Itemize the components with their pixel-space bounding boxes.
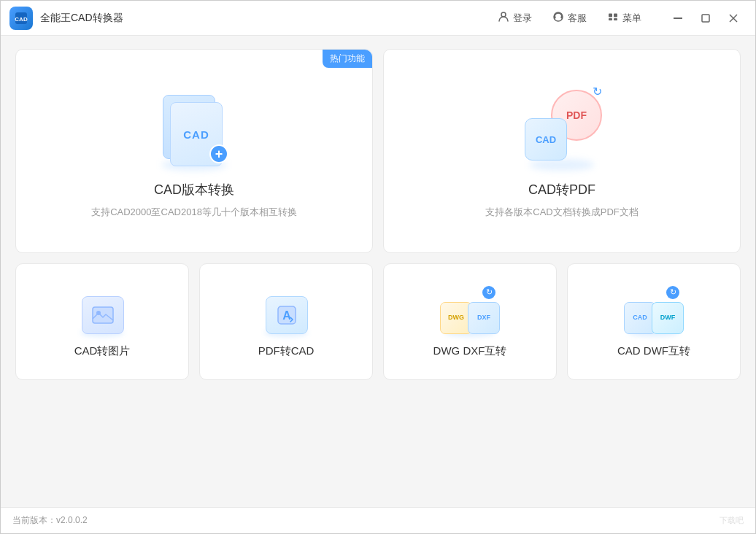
card-icon-dwg-dxf: DWG DXF ↻ xyxy=(440,289,500,334)
maximize-button[interactable] xyxy=(693,7,719,30)
main-content: 热门功能 CAD + CAD版本转换 xyxy=(1,36,755,507)
login-label: 登录 xyxy=(513,12,532,25)
watermark: 下载吧 xyxy=(720,515,744,526)
svg-rect-5 xyxy=(561,16,563,19)
card-cad-pdf-title: CAD转PDF xyxy=(528,181,595,198)
svg-rect-10 xyxy=(674,18,682,19)
top-cards-row: 热门功能 CAD + CAD版本转换 xyxy=(15,49,741,253)
app-window: CAD 全能王CAD转换器 登录 xyxy=(0,0,756,534)
svg-rect-9 xyxy=(614,18,617,20)
svg-text:A: A xyxy=(282,309,291,322)
version-text: 当前版本：v2.0.0.2 xyxy=(12,514,88,527)
login-button[interactable]: 登录 xyxy=(489,7,541,28)
close-button[interactable] xyxy=(720,7,747,30)
footer: 当前版本：v2.0.0.2 下载吧 xyxy=(1,507,755,533)
bottom-cards-row: CAD转图片 A PDF转CAD xyxy=(15,263,741,380)
card-cad-version-title: CAD版本转换 xyxy=(154,181,234,198)
card-dwg-dxf[interactable]: DWG DXF ↻ DWG DXF互转 xyxy=(383,263,557,380)
login-icon xyxy=(498,11,509,25)
card-cad-pdf[interactable]: PDF ↻ CAD CAD转PDF 支持各版本CAD文档转换成PDF文档 xyxy=(383,49,741,253)
card-cad-version[interactable]: 热门功能 CAD + CAD版本转换 xyxy=(15,49,373,253)
hot-badge: 热门功能 xyxy=(323,50,372,68)
service-icon xyxy=(552,11,564,25)
svg-rect-11 xyxy=(702,15,709,22)
card-icon-pdf-cad: A xyxy=(260,289,312,334)
card-cad-pdf-desc: 支持各版本CAD文档转换成PDF文档 xyxy=(485,206,638,219)
card-icon-cad-dwf: CAD DWF ↻ xyxy=(624,289,684,334)
menu-button[interactable]: 菜单 xyxy=(598,7,650,28)
window-controls xyxy=(665,7,747,30)
header-actions: 登录 客服 xyxy=(489,7,650,28)
service-label: 客服 xyxy=(568,12,587,25)
svg-point-2 xyxy=(501,12,506,17)
card-icon-cad-image xyxy=(76,289,128,334)
svg-rect-6 xyxy=(609,14,612,18)
menu-icon xyxy=(607,11,619,25)
app-logo: CAD xyxy=(9,7,33,30)
service-button[interactable]: 客服 xyxy=(544,7,595,28)
card-dwg-dxf-title: DWG DXF互转 xyxy=(433,344,507,358)
menu-label: 菜单 xyxy=(622,12,641,25)
card-pdf-cad[interactable]: A PDF转CAD xyxy=(199,263,373,380)
card-cad-image[interactable]: CAD转图片 xyxy=(15,263,189,380)
svg-text:CAD: CAD xyxy=(15,16,28,23)
title-bar: CAD 全能王CAD转换器 登录 xyxy=(1,1,755,36)
svg-rect-8 xyxy=(609,18,612,20)
card-cad-dwf-title: CAD DWF互转 xyxy=(617,344,690,358)
card-cad-version-desc: 支持CAD2000至CAD2018等几十个版本相互转换 xyxy=(91,206,297,219)
minimize-button[interactable] xyxy=(665,7,691,30)
app-title: 全能王CAD转换器 xyxy=(40,12,489,25)
svg-rect-7 xyxy=(614,14,617,18)
card-icon-cad-pdf: PDF ↻ CAD xyxy=(514,86,609,166)
svg-rect-4 xyxy=(554,16,556,19)
card-icon-cad-version: CAD + xyxy=(147,86,242,166)
card-pdf-cad-title: PDF转CAD xyxy=(258,344,315,358)
card-cad-dwf[interactable]: CAD DWF ↻ CAD DWF互转 xyxy=(567,263,741,380)
card-cad-image-title: CAD转图片 xyxy=(74,344,131,358)
